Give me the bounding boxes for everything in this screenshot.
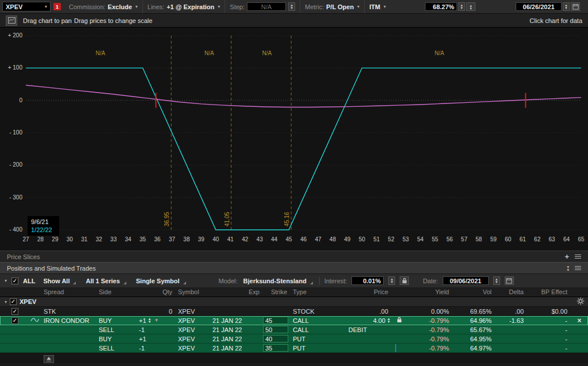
- positions-bar[interactable]: Positions and Simulated Trades ▾▾: [0, 262, 588, 273]
- commission-dropdown[interactable]: Commission: Exclude ▾: [64, 0, 143, 13]
- table-row-leg-2[interactable]: SELL -1 XPEV 21 JAN 22 50 CALL DEBIT -0.…: [0, 325, 588, 334]
- table-row-leg-4[interactable]: SELL -1 XPEV 21 JAN 22 35 PUT -0.79% 64.…: [0, 344, 588, 353]
- remove-leg-button[interactable]: ×: [571, 317, 588, 325]
- calendar-icon[interactable]: [505, 276, 514, 285]
- calendar-icon[interactable]: [571, 2, 580, 11]
- col-qty[interactable]: Qty: [130, 288, 176, 295]
- col-delta[interactable]: Delta: [495, 288, 527, 295]
- probability-input[interactable]: 68.27%: [425, 2, 457, 11]
- col-symbol[interactable]: Symbol: [176, 288, 210, 295]
- metric-value: P/L Open: [326, 3, 354, 10]
- leg-qty[interactable]: -1: [130, 345, 176, 352]
- price-type[interactable]: DEBIT: [324, 326, 392, 333]
- positions-controls: ▾ ✓ ALL Show All All 1 Series Single Sym…: [0, 273, 588, 287]
- metric-dropdown[interactable]: Metric: P/L Open ▾: [300, 0, 365, 13]
- svg-text:53: 53: [403, 236, 409, 242]
- step-stepper[interactable]: ▲▼: [288, 2, 295, 11]
- symbol-select[interactable]: XPEV ▾: [2, 2, 51, 11]
- stock-spread: STK: [41, 308, 96, 315]
- collapse-section-icon[interactable]: ▾▾: [567, 265, 569, 271]
- leg-yield: -0.79%: [407, 317, 452, 324]
- strike-input[interactable]: 50: [263, 326, 288, 333]
- show-all-dropdown[interactable]: Show All: [40, 276, 78, 286]
- chart-settings-icon[interactable]: [6, 16, 17, 26]
- table-row-leg-1[interactable]: ✓ IRON CONDOR BUY +1 ▲▼ ▼ XPEV 21 JAN 22…: [0, 316, 588, 325]
- chevron-down-icon: ▾: [357, 4, 359, 9]
- model-dropdown[interactable]: Bjerksund-Stensland: [240, 276, 315, 286]
- interest-stepper[interactable]: ▲▼: [388, 276, 395, 285]
- price-slices-menu-icon[interactable]: [575, 255, 581, 259]
- table-row-stock[interactable]: ✓ STK 0 XPEV STOCK .00 0.00% 69.65% .00 …: [0, 307, 588, 316]
- symbol-group-row[interactable]: ▾ ✓ XPEV: [0, 297, 588, 307]
- leg-type[interactable]: PUT: [291, 336, 324, 342]
- lock-icon[interactable]: [392, 317, 407, 324]
- svg-text:48: 48: [330, 236, 336, 242]
- leg-exp[interactable]: 21 JAN 22: [210, 326, 263, 333]
- price-input[interactable]: 4.00: [373, 317, 385, 324]
- svg-text:- 300: - 300: [9, 194, 22, 201]
- probability-stepper[interactable]: ▲▼: [458, 2, 465, 11]
- positions-menu-icon[interactable]: [575, 266, 581, 270]
- qty-dropdown-icon[interactable]: ▼: [154, 318, 159, 323]
- step-input[interactable]: N/A: [247, 2, 286, 11]
- col-bp-effect[interactable]: BP Effect: [527, 288, 571, 295]
- all-checkbox[interactable]: ✓: [11, 278, 18, 284]
- col-spread[interactable]: Spread: [41, 288, 96, 295]
- leg-side[interactable]: BUY: [96, 317, 130, 324]
- leg-side[interactable]: BUY: [96, 336, 130, 342]
- probability-extra-button[interactable]: ▴▾: [466, 2, 475, 11]
- stock-checkbox[interactable]: ✓: [11, 308, 18, 315]
- col-strike[interactable]: Strike: [263, 288, 291, 295]
- series-dropdown[interactable]: All 1 Series: [82, 276, 127, 286]
- col-type[interactable]: Type: [291, 288, 324, 295]
- col-vol[interactable]: Vol: [452, 288, 495, 295]
- lines-dropdown[interactable]: Lines: +1 @ Expiration ▾: [143, 0, 226, 13]
- svg-text:47: 47: [315, 236, 322, 242]
- col-exp[interactable]: Exp: [210, 288, 263, 295]
- leg-side[interactable]: SELL: [96, 345, 130, 352]
- col-side[interactable]: Side: [96, 288, 130, 295]
- leg-qty[interactable]: -1: [130, 326, 176, 333]
- leg-exp[interactable]: 21 JAN 22: [210, 317, 263, 324]
- gear-icon[interactable]: [577, 297, 585, 306]
- svg-text:58: 58: [475, 236, 482, 242]
- leg-type[interactable]: PUT: [291, 345, 324, 352]
- price-slices-bar[interactable]: Price Slices +: [0, 251, 588, 262]
- strike-input[interactable]: 40: [263, 335, 288, 342]
- date-stepper[interactable]: ▲▼: [563, 2, 570, 11]
- price-stepper[interactable]: ▲▼: [387, 318, 390, 323]
- alert-badge[interactable]: 1: [53, 3, 61, 10]
- col-price[interactable]: Price: [324, 288, 392, 295]
- strike-input[interactable]: 45: [263, 317, 288, 324]
- leg-qty[interactable]: +1: [139, 317, 146, 324]
- leg-type[interactable]: CALL: [291, 317, 324, 324]
- svg-text:35: 35: [140, 236, 146, 242]
- table-row-leg-3[interactable]: BUY +1 XPEV 21 JAN 22 40 PUT -0.79% 64.9…: [0, 334, 588, 344]
- leg-side[interactable]: SELL: [96, 326, 130, 333]
- qty-stepper[interactable]: ▲▼: [148, 318, 152, 323]
- dock-top-icon[interactable]: [44, 355, 54, 363]
- risk-profile-chart[interactable]: + 200+ 1000- 100- 200- 300- 400272829303…: [0, 28, 588, 251]
- collapse-arrow-icon[interactable]: ▾: [5, 278, 7, 283]
- strike-input[interactable]: 35: [263, 344, 288, 352]
- add-price-slice-button[interactable]: +: [564, 252, 569, 261]
- sim-date-stepper[interactable]: ▲▼: [493, 276, 500, 285]
- leg-checkbox[interactable]: ✓: [11, 317, 18, 324]
- sim-date-input[interactable]: 09/06/2021: [443, 276, 489, 285]
- date-input[interactable]: 06/26/2021: [516, 2, 562, 11]
- group-checkbox[interactable]: ✓: [10, 298, 17, 305]
- itm-dropdown[interactable]: ITM ▾: [365, 0, 390, 13]
- symbol-scope-dropdown[interactable]: Single Symbol: [133, 276, 188, 286]
- chart-hint-bar: Drag chart to pan Drag prices to change …: [0, 14, 588, 28]
- risk-profile-svg: + 200+ 1000- 100- 200- 300- 400272829303…: [0, 28, 588, 249]
- leg-type[interactable]: CALL: [291, 326, 324, 333]
- col-yield[interactable]: Yield: [407, 288, 452, 295]
- expand-arrow-icon[interactable]: ▾: [5, 299, 7, 305]
- step-label: Step:: [230, 3, 245, 10]
- leg-qty[interactable]: +1: [130, 336, 176, 342]
- interest-input[interactable]: 0.01%: [351, 276, 384, 285]
- leg-exp[interactable]: 21 JAN 22: [210, 345, 263, 352]
- leg-exp[interactable]: 21 JAN 22: [210, 336, 263, 342]
- analyze-curve-icon[interactable]: [29, 317, 41, 324]
- lock-icon[interactable]: [400, 276, 409, 285]
